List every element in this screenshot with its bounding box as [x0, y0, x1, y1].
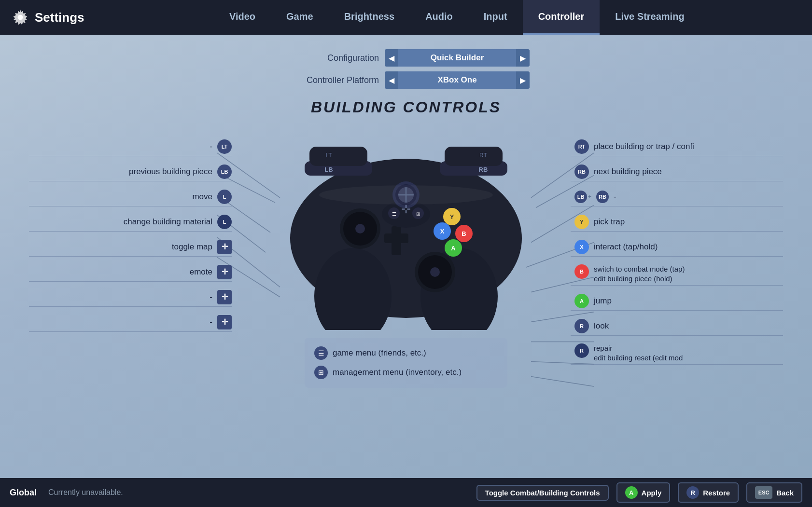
binding-dpad-3-label: -: [210, 292, 212, 302]
section-title: BUILDING CONTROLS: [311, 98, 501, 116]
building-controls-area: BUILDING CONTROLS -: [19, 98, 793, 436]
platform-row: Controller Platform ◀ XBox One ▶: [282, 71, 530, 89]
tab-video[interactable]: Video: [214, 0, 271, 35]
toggle-combat-button[interactable]: Toggle Combat/Building Controls: [476, 485, 609, 501]
svg-rect-21: [309, 147, 367, 166]
binding-move: move L: [29, 187, 232, 206]
platform-label: Controller Platform: [282, 75, 379, 85]
binding-a: A jump: [571, 291, 783, 311]
badge-move-l: L: [217, 190, 232, 204]
binding-lbrb-label: -: [614, 192, 616, 202]
mgmt-menu-row: ⊞ management menu (inventory, etc.): [314, 363, 498, 382]
back-icon: ESC: [755, 486, 772, 499]
tab-controller[interactable]: Controller: [523, 0, 600, 35]
binding-b-label: switch to combat mode (tap)edit building…: [594, 264, 685, 283]
badge-rt: RT: [574, 139, 589, 154]
restore-label: Restore: [703, 489, 730, 497]
svg-text:LT: LT: [325, 152, 332, 159]
svg-text:X: X: [440, 228, 445, 235]
badge-material-l: L: [217, 215, 232, 229]
back-button[interactable]: ESC Back: [746, 482, 802, 503]
gear-icon: [12, 9, 29, 26]
badge-dpad-3: ✛: [217, 290, 232, 304]
binding-lbrb: LB + RB -: [571, 187, 783, 206]
tab-brightness[interactable]: Brightness: [329, 0, 410, 35]
binding-r-look: R look: [571, 316, 783, 336]
restore-button[interactable]: R Restore: [678, 482, 739, 503]
platform-next-arrow[interactable]: ▶: [516, 71, 530, 89]
binding-r-repair: R repairedit building reset (edit mod: [571, 342, 783, 365]
configuration-value: Quick Builder: [398, 53, 516, 63]
binding-lb: previous building piece LB: [29, 162, 232, 181]
badge-rb: RB: [574, 164, 589, 179]
tab-audio[interactable]: Audio: [410, 0, 468, 35]
game-menu-icon: ☰: [314, 346, 328, 360]
tab-input[interactable]: Input: [468, 0, 523, 35]
badge-dpad-2: ✛: [217, 265, 232, 279]
binding-dpad-4: - ✛: [29, 313, 232, 332]
binding-rt-label: place building or trap / confi: [594, 142, 694, 151]
binding-rb-label: next building piece: [594, 167, 662, 177]
configuration-row: Configuration ◀ Quick Builder ▶: [282, 49, 530, 67]
tab-live-streaming[interactable]: Live Streaming: [600, 0, 700, 35]
crosshair-icon: ⊹: [401, 202, 411, 216]
platform-prev-arrow[interactable]: ◀: [385, 71, 398, 89]
badge-lt: LT: [217, 139, 232, 154]
binding-x: X interact (tap/hold): [571, 237, 783, 257]
status-text: Currently unavailable.: [48, 488, 469, 497]
binding-x-label: interact (tap/hold): [594, 242, 658, 252]
top-navigation: Settings Video Game Brightness Audio Inp…: [0, 0, 812, 35]
apply-button[interactable]: A Apply: [616, 482, 671, 503]
badge-dpad-1: ✛: [217, 240, 232, 254]
svg-rect-34: [384, 233, 408, 243]
binding-a-label: jump: [594, 296, 612, 306]
left-bindings: - LT previous building piece LB move L: [29, 137, 232, 338]
badge-a: A: [574, 294, 589, 308]
svg-text:RT: RT: [479, 152, 487, 159]
badge-r-repair: R: [574, 343, 589, 358]
binding-lb-label: previous building piece: [129, 167, 212, 177]
back-label: Back: [776, 489, 794, 497]
svg-text:A: A: [451, 245, 456, 252]
app-logo: Settings: [12, 9, 84, 26]
configuration-next-arrow[interactable]: ▶: [516, 49, 530, 67]
binding-r-repair-label: repairedit building reset (edit mod: [594, 343, 683, 362]
configuration-prev-arrow[interactable]: ◀: [385, 49, 398, 67]
svg-text:☰: ☰: [392, 211, 396, 217]
controller-svg: LB RB LT RT: [280, 123, 532, 330]
svg-point-51: [319, 185, 493, 205]
platform-select[interactable]: ◀ XBox One ▶: [385, 71, 530, 89]
svg-text:Y: Y: [450, 213, 454, 220]
svg-text:LB: LB: [324, 166, 333, 173]
configuration-label: Configuration: [282, 53, 379, 63]
svg-point-29: [355, 224, 365, 233]
global-label: Global: [10, 488, 37, 498]
app-title: Settings: [35, 10, 84, 25]
restore-icon: R: [686, 486, 699, 499]
game-menu-label: game menu (friends, etc.): [333, 348, 426, 358]
badge-r-look: R: [574, 319, 589, 333]
center-menu-labels: ☰ game menu (friends, etc.) ⊞ management…: [305, 338, 507, 388]
badge-x: X: [574, 240, 589, 254]
binding-emote-label: emote: [190, 267, 212, 277]
badge-dpad-4: ✛: [217, 315, 232, 329]
binding-y: Y pick trap: [571, 212, 783, 232]
binding-r-look-label: look: [594, 321, 609, 331]
badge-y: Y: [574, 215, 589, 229]
configuration-select[interactable]: ◀ Quick Builder ▶: [385, 49, 530, 67]
svg-rect-22: [445, 147, 503, 166]
platform-value: XBox One: [398, 75, 516, 85]
binding-change-material: change building material L: [29, 212, 232, 232]
binding-dpad-4-label: -: [210, 317, 212, 327]
controller-image: LB RB LT RT: [280, 123, 532, 330]
binding-lt: - LT: [29, 137, 232, 156]
badge-b: B: [574, 264, 589, 279]
svg-text:⊞: ⊞: [416, 211, 420, 217]
binding-rb: RB next building piece: [571, 162, 783, 181]
binding-move-label: move: [192, 192, 212, 202]
binding-toggle-map-label: toggle map: [172, 242, 212, 252]
tab-game[interactable]: Game: [271, 0, 329, 35]
bottom-bar: Global Currently unavailable. Toggle Com…: [0, 478, 812, 507]
svg-line-15: [531, 376, 594, 386]
mgmt-menu-label: management menu (inventory, etc.): [333, 368, 462, 377]
